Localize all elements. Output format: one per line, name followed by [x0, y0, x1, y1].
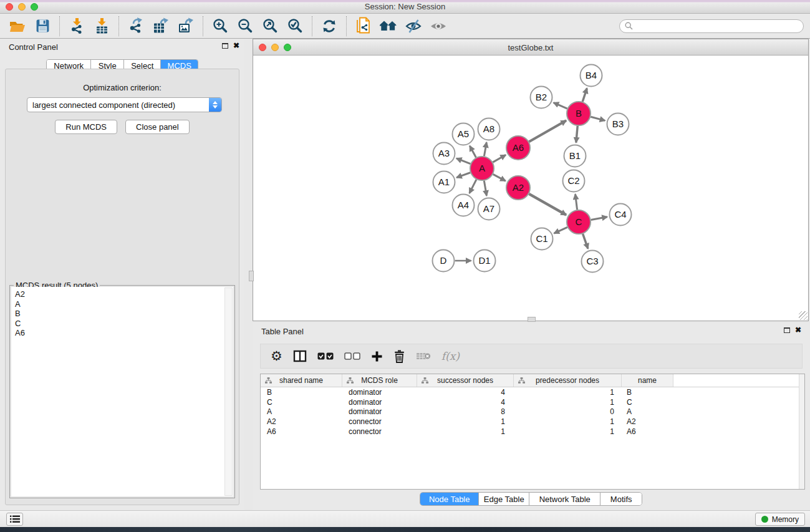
column-header-predecessor-nodes[interactable]: predecessor nodes	[514, 374, 622, 387]
cell: 1	[514, 398, 622, 407]
search-input[interactable]	[635, 22, 798, 31]
graph-node-label: B	[576, 108, 582, 118]
graph-edge-B-B1[interactable]	[576, 126, 577, 143]
graph-edge-A-A7[interactable]	[484, 181, 486, 196]
column-header-shared-name[interactable]: shared name	[261, 374, 342, 387]
mcds-tab-content: Optimization criterion: largest connecte…	[5, 69, 239, 505]
memory-button[interactable]: Memory	[755, 513, 805, 526]
float-panel-icon[interactable]	[784, 327, 790, 333]
save-session-button[interactable]	[30, 16, 55, 37]
delete-table-icon[interactable]	[416, 351, 431, 361]
export-network-button[interactable]	[123, 16, 148, 37]
graph-edge-A-A5[interactable]	[470, 146, 476, 158]
tab-motifs[interactable]: Motifs	[600, 493, 642, 505]
graph-edge-B-B4[interactable]	[582, 88, 587, 102]
mcds-result-item[interactable]: C	[15, 319, 229, 329]
mcds-result-list[interactable]: A2ABCA6	[11, 287, 233, 496]
import-table-button[interactable]	[89, 16, 114, 37]
zoom-in-button[interactable]	[208, 16, 233, 37]
delete-column-icon[interactable]	[393, 350, 405, 363]
float-panel-icon[interactable]	[222, 43, 228, 49]
zoom-fit-button[interactable]	[258, 16, 282, 37]
graph-edge-A-A3[interactable]	[456, 158, 470, 164]
table-row[interactable]: Cdominator41C	[261, 397, 804, 407]
home-button[interactable]	[376, 16, 401, 37]
left-collapse-handle[interactable]	[249, 271, 254, 281]
function-builder-icon[interactable]: f(x)	[441, 350, 460, 362]
graph-node-label: C	[576, 216, 582, 227]
export-image-button[interactable]	[173, 16, 198, 37]
cell: 1	[514, 417, 622, 426]
select-all-icon[interactable]	[317, 352, 334, 360]
cell: dominator	[342, 407, 417, 416]
import-network-button[interactable]	[64, 16, 89, 37]
column-header-successor-nodes[interactable]: successor nodes	[417, 374, 514, 387]
graph-edge-C-C2[interactable]	[576, 194, 577, 210]
graph-edge-B-B2[interactable]	[554, 103, 567, 109]
table-row[interactable]: Adominator80A	[261, 407, 804, 417]
graph-node-label: A5	[458, 128, 469, 139]
result-scrollbar[interactable]	[224, 288, 233, 496]
mcds-result-item[interactable]: B	[15, 309, 229, 319]
table-row[interactable]: Bdominator41B	[261, 387, 804, 397]
graph-edge-C-C3[interactable]	[583, 234, 588, 249]
open-session-button[interactable]	[5, 16, 30, 37]
table-row[interactable]: A2connector11A2	[261, 417, 804, 427]
import-table-icon	[94, 17, 110, 34]
refresh-button[interactable]	[317, 16, 342, 37]
zoom-selected-button[interactable]	[282, 16, 307, 37]
cell: C	[261, 398, 342, 407]
hide-style-button[interactable]	[401, 16, 426, 37]
refresh-icon	[321, 18, 337, 34]
table-panel-title: Table Panel	[261, 327, 304, 336]
close-panel-icon[interactable]: ✖	[795, 327, 801, 333]
zoom-out-button[interactable]	[233, 16, 258, 37]
open-session-icon	[9, 18, 26, 34]
mcds-result-item[interactable]: A2	[15, 289, 229, 299]
close-panel-icon[interactable]: ✖	[233, 42, 239, 49]
split-columns-icon[interactable]	[293, 350, 307, 362]
criterion-dropdown[interactable]: largest connected component (directed)	[27, 97, 222, 112]
network-graph[interactable]: B4B2BB3A8A5A6A3B1AC2A1A2A4A7C4CC1C3DD1	[253, 56, 808, 321]
network-canvas[interactable]: B4B2BB3A8A5A6A3B1AC2A1A2A4A7C4CC1C3DD1	[253, 56, 808, 321]
mcds-result-item[interactable]: A6	[15, 328, 229, 338]
task-history-button[interactable]	[6, 513, 23, 526]
run-mcds-button[interactable]: Run MCDS	[55, 120, 117, 134]
export-table-button[interactable]	[148, 16, 173, 37]
graph-edge-A-A2[interactable]	[493, 174, 506, 181]
graph-node-label: A4	[458, 200, 469, 210]
tab-network-table[interactable]: Network Table	[529, 493, 600, 505]
resize-grip-icon[interactable]	[799, 311, 808, 320]
table-panel: Table Panel ✖ ⚙	[253, 323, 810, 510]
list-icon	[10, 515, 20, 523]
graph-edge-C-C4[interactable]	[591, 217, 607, 220]
mcds-result-item[interactable]: A	[15, 299, 229, 309]
graph-edge-A-A6[interactable]	[493, 155, 506, 162]
preview-eye-button[interactable]	[426, 16, 451, 37]
toolbar-separator	[312, 16, 312, 36]
close-panel-button[interactable]: Close panel	[125, 120, 190, 134]
graph-edge-A-A8[interactable]	[484, 142, 486, 156]
add-column-icon[interactable]	[371, 351, 383, 362]
node-table[interactable]: shared nameMCDS rolesuccessor nodesprede…	[260, 374, 805, 490]
graph-edge-C-C1[interactable]	[554, 227, 567, 233]
tab-edge-table[interactable]: Edge Table	[479, 493, 529, 505]
deselect-all-icon[interactable]	[344, 352, 360, 360]
search-field[interactable]	[619, 19, 804, 33]
bottom-collapse-handle[interactable]	[528, 317, 536, 322]
graph-edge-A-A4[interactable]	[470, 180, 476, 193]
dropdown-stepper-icon[interactable]	[209, 98, 221, 112]
table-row[interactable]: A6connector11A6	[261, 427, 804, 437]
zoom-out-icon	[237, 17, 254, 34]
graph-edge-A-A1[interactable]	[456, 173, 470, 178]
table-scrollbar[interactable]	[799, 374, 804, 489]
graph-edge-A6-B[interactable]	[529, 120, 566, 142]
toolbar-separator	[203, 16, 203, 36]
tab-node-table[interactable]: Node Table	[420, 493, 479, 505]
gear-icon[interactable]: ⚙	[271, 350, 282, 362]
column-header-name[interactable]: name	[622, 374, 673, 387]
network-from-file-button[interactable]	[351, 16, 376, 37]
graph-edge-A2-C[interactable]	[529, 194, 566, 215]
column-header-MCDS-role[interactable]: MCDS role	[342, 374, 417, 387]
graph-edge-B-B3[interactable]	[591, 117, 605, 120]
